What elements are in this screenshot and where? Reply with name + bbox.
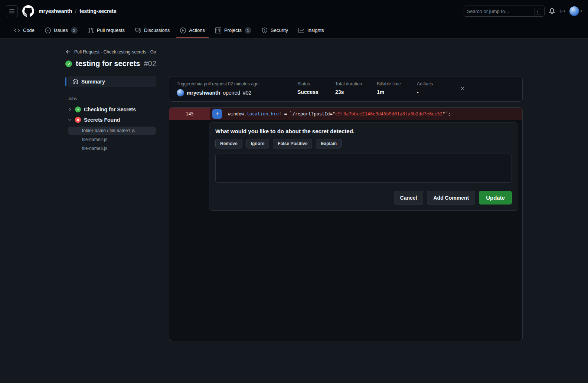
github-mark-icon xyxy=(22,5,34,17)
tab-discussions[interactable]: Discussions xyxy=(131,22,173,38)
code-line: window.location.href = `/report?postId="… xyxy=(228,111,451,117)
diff-line: 145 + window.location.href = `/report?po… xyxy=(169,108,522,120)
plus-icon: + xyxy=(559,8,563,14)
workflow-breadcrumb-label[interactable]: Pull Request - Check testing-secrets - G… xyxy=(74,49,156,55)
create-new-button[interactable]: +▾ xyxy=(559,8,565,14)
ignore-button[interactable]: Ignore xyxy=(246,139,270,148)
search-box[interactable]: / xyxy=(464,6,545,17)
tab-pull-requests[interactable]: Pull requests xyxy=(84,22,128,38)
add-line-comment-button[interactable]: + xyxy=(212,109,222,119)
tab-label: Projects xyxy=(224,27,242,33)
action-chips: Remove Ignore False Positive Explain xyxy=(215,139,512,148)
graph-icon xyxy=(298,27,304,33)
code-string-close: "`; xyxy=(442,111,451,117)
git-pull-request-icon xyxy=(88,27,94,33)
job-secrets-found[interactable]: Secrets Found xyxy=(65,115,156,125)
secret-file-list: folder-name / file-name1.js file-name2.j… xyxy=(65,127,156,153)
tab-security[interactable]: Security xyxy=(258,22,292,38)
issue-opened-icon xyxy=(45,27,51,33)
projects-count-badge: 1 xyxy=(245,27,251,34)
tab-label: Security xyxy=(271,27,288,33)
stat-label: Total duration xyxy=(335,81,365,86)
active-item-indicator xyxy=(65,77,66,86)
trigger-text: Triggered via pull request 02 minutes ag… xyxy=(177,81,285,86)
stat-label: Artifacts xyxy=(417,81,433,86)
tab-label: Insights xyxy=(307,27,324,33)
code-operator: = xyxy=(282,111,290,117)
pr-number-link[interactable]: #02 xyxy=(243,90,251,96)
search-input[interactable] xyxy=(467,9,532,14)
three-bars-icon xyxy=(9,8,15,14)
slash-shortcut-badge: / xyxy=(535,8,541,14)
chevron-down-icon[interactable] xyxy=(68,118,72,122)
tab-code[interactable]: Code xyxy=(10,22,38,38)
author-row: mryeshwanth opened #02 xyxy=(177,89,285,96)
global-nav-menu-button[interactable] xyxy=(6,5,18,17)
sidebar-item-summary[interactable]: Summary xyxy=(68,76,156,87)
update-button[interactable]: Update xyxy=(479,191,512,204)
trigger-block: Triggered via pull request 02 minutes ag… xyxy=(177,81,285,96)
back-arrow-icon[interactable] xyxy=(65,49,71,55)
user-menu-button[interactable]: ▾ xyxy=(569,6,582,16)
stat-value: - xyxy=(417,89,433,95)
comment-discussion-icon xyxy=(135,27,141,33)
workflow-breadcrumb: Pull Request - Check testing-secrets - G… xyxy=(65,49,523,55)
dialog-footer: Cancel Add Comment Update xyxy=(215,191,512,204)
author-action: opened xyxy=(223,90,240,96)
line-number: 145 xyxy=(169,108,210,120)
bell-icon xyxy=(549,8,555,14)
code-property: location.href xyxy=(247,111,282,117)
comment-textarea[interactable] xyxy=(215,154,512,183)
tab-label: Issues xyxy=(54,27,68,33)
tab-insights[interactable]: Insights xyxy=(295,22,328,38)
run-title-row: testing for secrets #02 xyxy=(65,59,523,68)
secret-action-dialog: What would you like to do about the secr… xyxy=(209,122,518,211)
repo-link[interactable]: testing-secrets xyxy=(79,8,117,14)
stat-status: Status Success xyxy=(297,81,323,95)
stat-value: 23s xyxy=(335,89,365,95)
file-item[interactable]: file-name2.js xyxy=(68,135,156,144)
author-name[interactable]: mryeshwanth xyxy=(187,90,220,96)
notifications-button[interactable] xyxy=(549,8,555,14)
code-string-open: `/report?postId=" xyxy=(290,111,335,117)
tab-label: Actions xyxy=(189,27,205,33)
code-icon xyxy=(14,27,20,33)
shield-icon xyxy=(262,27,268,33)
job-checking-for-secrets[interactable]: Checking for Secrets xyxy=(65,104,156,115)
run-summary-card: Triggered via pull request 02 minutes ag… xyxy=(169,76,523,102)
caret-down-icon: ▾ xyxy=(564,9,565,13)
tab-projects[interactable]: Projects 1 xyxy=(212,22,255,38)
add-comment-button[interactable]: Add Comment xyxy=(427,191,475,204)
stat-total-duration: Total duration 23s xyxy=(335,81,365,95)
table-icon xyxy=(215,27,221,33)
job-success-icon xyxy=(75,107,81,112)
tab-label: Code xyxy=(23,27,35,33)
job-failure-icon xyxy=(75,117,81,123)
tab-actions[interactable]: Actions xyxy=(176,22,209,38)
code-object: window. xyxy=(228,111,247,117)
remove-button[interactable]: Remove xyxy=(215,139,242,148)
run-number: #02 xyxy=(144,59,156,68)
stat-value: Success xyxy=(297,89,323,95)
jobs-heading: Jobs xyxy=(68,96,156,101)
file-item[interactable]: folder-name / file-name1.js xyxy=(68,127,156,135)
stat-billable-time: Billable time 1m xyxy=(377,81,405,95)
github-logo[interactable] xyxy=(22,5,34,17)
author-avatar xyxy=(177,89,184,96)
stat-label: Billable time xyxy=(377,81,405,86)
play-icon xyxy=(180,27,186,33)
stat-label: Status xyxy=(297,81,323,86)
false-positive-button[interactable]: False Positive xyxy=(273,139,312,148)
explain-button[interactable]: Explain xyxy=(316,139,342,148)
main-content: Pull Request - Check testing-secrets - G… xyxy=(0,39,588,383)
owner-link[interactable]: mryeshwanth xyxy=(39,8,72,14)
summary-label: Summary xyxy=(81,79,105,85)
file-item[interactable]: file-name3.js xyxy=(68,144,156,153)
close-button[interactable] xyxy=(460,85,466,92)
stat-value: 1m xyxy=(377,89,405,95)
tab-label: Pull requests xyxy=(97,27,125,33)
tab-issues[interactable]: Issues 2 xyxy=(41,22,81,38)
cancel-button[interactable]: Cancel xyxy=(394,191,424,204)
chevron-right-icon[interactable] xyxy=(68,107,72,112)
avatar xyxy=(569,6,579,16)
